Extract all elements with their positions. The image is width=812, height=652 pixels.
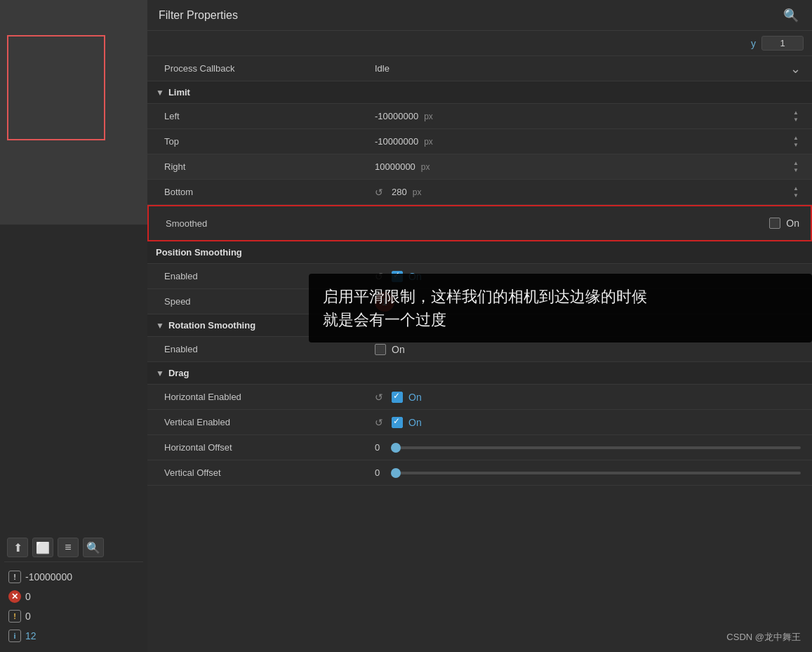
left-spin-up[interactable]: ▲ — [791, 109, 801, 116]
info-count: 12 — [25, 630, 36, 641]
rotation-arrow-icon: ▼ — [156, 321, 164, 331]
vertical-offset-row: Vertical Offset 0 — [147, 460, 812, 486]
position-smoothing-enabled-row: Enabled ↺ On — [147, 264, 812, 289]
rs-enabled-checkbox[interactable] — [375, 344, 386, 355]
properties-list: y 1 Process Callback Idle ⌄ ▼ Limit Left… — [147, 31, 812, 652]
left-property-row: Left -10000000 px ▲ ▼ — [147, 104, 812, 129]
h-enabled-on-label: On — [408, 392, 422, 403]
left-unit: px — [424, 112, 433, 121]
h-offset-slider-track[interactable] — [391, 446, 801, 449]
list-tool-button[interactable]: ≡ — [58, 538, 79, 557]
smoothed-row: Smoothed On — [147, 205, 812, 241]
speed-badge[interactable]: 1 — [375, 292, 394, 312]
left-value: -10000000 px ▲ ▼ — [375, 109, 801, 123]
log-row-warning[interactable]: ! -10000000 — [6, 568, 142, 586]
limit-section-header[interactable]: ▼ Limit — [147, 81, 812, 104]
bottom-label: Bottom — [164, 187, 375, 197]
bottom-value-text: 280 — [392, 187, 407, 197]
warning-count: -10000000 — [25, 571, 72, 583]
position-smoothing-title: Position Smoothing — [156, 247, 242, 258]
bottom-spin-down[interactable]: ▼ — [791, 192, 801, 199]
search-tool-button[interactable]: 🔍 — [83, 538, 104, 557]
h-enabled-label: Horizontal Enabled — [164, 392, 375, 402]
smoothed-checkbox[interactable] — [769, 218, 780, 229]
canvas-area — [0, 0, 147, 225]
smoothed-label: Smoothed — [166, 218, 376, 229]
vertical-enabled-row: Vertical Enabled ↺ On — [147, 410, 812, 435]
bottom-property-row: Bottom ↺ 280 px ▲ ▼ — [147, 180, 812, 205]
top-spin-down[interactable]: ▼ — [791, 142, 801, 148]
process-callback-label: Process Callback — [164, 63, 375, 74]
drag-arrow-icon: ▼ — [156, 368, 164, 378]
speed-value: 1 — [375, 292, 801, 312]
right-spin-up[interactable]: ▲ — [791, 160, 801, 166]
right-value: 10000000 px ▲ ▼ — [375, 160, 801, 173]
h-enabled-value: ↺ On — [375, 392, 801, 403]
top-spin-arrows[interactable]: ▲ ▼ — [791, 135, 801, 148]
bottom-value: ↺ 280 px ▲ ▼ — [375, 185, 801, 199]
drag-section-header[interactable]: ▼ Drag — [147, 362, 812, 385]
rs-enabled-on-label: On — [392, 344, 405, 355]
log-rows: ! -10000000 ✕ 0 ! 0 i 12 — [4, 565, 143, 648]
y-value-box[interactable]: 1 — [761, 36, 804, 51]
left-value-text: -10000000 — [375, 111, 418, 121]
ps-enabled-label: Enabled — [164, 271, 375, 281]
right-spin-down[interactable]: ▼ — [791, 167, 801, 173]
left-spin-arrows[interactable]: ▲ ▼ — [791, 109, 801, 123]
limit-arrow-icon: ▼ — [156, 88, 164, 98]
h-enabled-checkbox[interactable] — [392, 392, 403, 403]
right-value-text: 10000000 — [375, 161, 415, 172]
v-enabled-checkbox[interactable] — [392, 417, 403, 428]
y-label: y — [751, 38, 756, 49]
v-enabled-on-label: On — [408, 417, 422, 428]
v-enabled-label: Vertical Enabled — [164, 417, 375, 427]
v-offset-slider-track[interactable] — [391, 472, 801, 474]
rotation-enabled-row: Enabled On — [147, 337, 812, 362]
v-offset-value-text: 0 — [375, 467, 380, 478]
bottom-reset-icon[interactable]: ↺ — [375, 187, 383, 198]
error-count: 0 — [25, 591, 31, 602]
caution-icon: ! — [8, 610, 21, 623]
process-callback-value: Idle ⌄ — [375, 61, 801, 76]
log-row-error[interactable]: ✕ 0 — [6, 587, 142, 606]
h-offset-value-text: 0 — [375, 442, 380, 453]
right-spin-arrows[interactable]: ▲ ▼ — [791, 160, 801, 173]
bottom-spin-arrows[interactable]: ▲ ▼ — [791, 185, 801, 199]
speed-row: Speed 1 — [147, 289, 812, 314]
filter-header: Filter Properties 🔍 — [147, 0, 812, 31]
top-value: -10000000 px ▲ ▼ — [375, 135, 801, 148]
sidebar-toolbar: ⬆ ⬜ ≡ 🔍 — [4, 533, 143, 562]
top-spin-up[interactable]: ▲ — [791, 135, 801, 141]
main-panel: Filter Properties 🔍 y 1 Process Callback… — [147, 0, 812, 652]
v-offset-slider-thumb[interactable] — [391, 468, 401, 478]
position-smoothing-header[interactable]: Position Smoothing — [147, 241, 812, 264]
top-label: Top — [164, 136, 375, 147]
bottom-unit: px — [413, 187, 422, 197]
duplicate-tool-button[interactable]: ⬜ — [32, 538, 53, 557]
sidebar-bottom: ⬆ ⬜ ≡ 🔍 ! -10000000 ✕ 0 ! 0 i 12 — [0, 529, 147, 652]
smoothed-on-label: On — [786, 218, 799, 229]
ps-enabled-checkbox[interactable] — [392, 271, 403, 282]
v-enabled-reset-icon[interactable]: ↺ — [375, 417, 383, 428]
h-offset-label: Horizontal Offset — [164, 442, 375, 453]
h-offset-slider-thumb[interactable] — [391, 443, 401, 453]
drag-section-title: Drag — [168, 368, 189, 378]
upload-tool-button[interactable]: ⬆ — [7, 538, 28, 557]
v-enabled-value: ↺ On — [375, 417, 801, 428]
log-row-info[interactable]: i 12 — [6, 627, 142, 645]
filter-title: Filter Properties — [159, 9, 238, 22]
bottom-spin-up[interactable]: ▲ — [791, 185, 801, 192]
right-property-row: Right 10000000 px ▲ ▼ — [147, 154, 812, 180]
rotation-smoothing-title: Rotation Smoothing — [168, 320, 255, 331]
top-unit: px — [424, 137, 433, 147]
log-row-caution[interactable]: ! 0 — [6, 607, 142, 625]
info-icon: i — [8, 630, 21, 642]
rotation-smoothing-header[interactable]: ▼ Rotation Smoothing — [147, 314, 812, 337]
ps-enabled-reset-icon[interactable]: ↺ — [375, 271, 383, 282]
h-enabled-reset-icon[interactable]: ↺ — [375, 392, 383, 403]
filter-search-button[interactable]: 🔍 — [781, 6, 801, 25]
y-field-row: y 1 — [147, 31, 812, 56]
process-callback-dropdown[interactable]: ⌄ — [790, 61, 801, 76]
right-unit: px — [421, 162, 430, 172]
left-spin-down[interactable]: ▼ — [791, 117, 801, 123]
